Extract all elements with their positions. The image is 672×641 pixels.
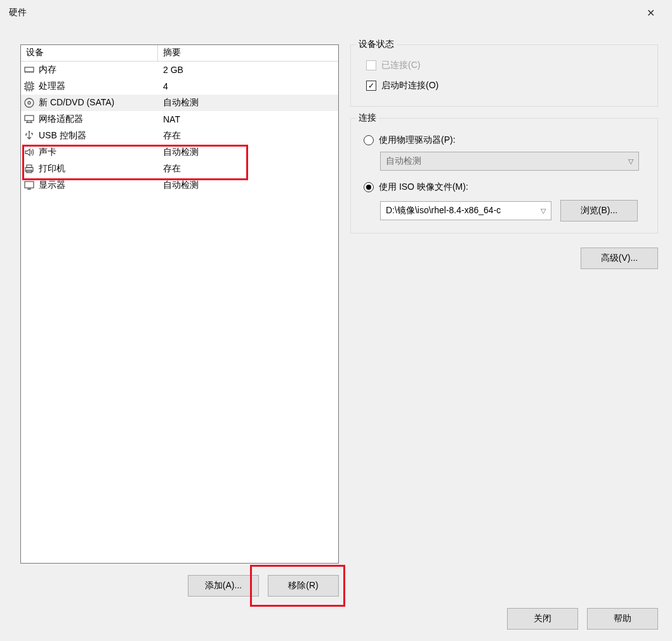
checkbox-label: 已连接(C) xyxy=(381,60,420,71)
svg-rect-1 xyxy=(26,83,32,89)
device-summary: 自动检测 xyxy=(163,97,199,107)
checkbox-icon: ✓ xyxy=(366,81,376,91)
device-name: USB 控制器 xyxy=(39,130,86,142)
combo-value: 自动检测 xyxy=(386,155,421,167)
iso-path-select[interactable]: D:\镜像\iso\rhel-8.4-x86_64-c ▽ xyxy=(380,201,551,220)
table-row[interactable]: 打印机存在 xyxy=(21,161,338,177)
add-button[interactable]: 添加(A)... xyxy=(188,575,259,597)
radio-physical-drive[interactable]: 使用物理驱动器(P): xyxy=(364,131,647,149)
device-name: 声卡 xyxy=(39,147,56,158)
device-summary: 自动检测 xyxy=(163,180,199,190)
usb-icon xyxy=(23,130,35,142)
device-summary: 自动检测 xyxy=(163,147,199,157)
radio-label: 使用物理驱动器(P): xyxy=(379,135,456,146)
disc-icon xyxy=(23,97,35,109)
printer-icon xyxy=(23,163,35,175)
checkbox-connected: 已连接(C) xyxy=(366,56,647,74)
table-row[interactable]: 处理器4 xyxy=(21,78,338,95)
right-column: 设备状态 已连接(C) ✓ 启动时连接(O) 连接 使用物理驱动器(P): 自动… xyxy=(350,44,658,611)
svg-rect-10 xyxy=(25,182,34,188)
left-column: 设备 摘要 内存2 GB处理器4新 CD/DVD (SATA)自动检测网络适配器… xyxy=(20,44,339,611)
device-name: 打印机 xyxy=(39,163,65,175)
device-summary: NAT xyxy=(163,114,180,124)
svg-rect-5 xyxy=(25,116,34,121)
device-summary: 4 xyxy=(163,81,168,91)
svg-point-3 xyxy=(25,98,34,107)
col-device[interactable]: 设备 xyxy=(21,45,158,61)
connection-group: 连接 使用物理驱动器(P): 自动检测 ▽ 使用 ISO 映像文件(M): D:… xyxy=(350,118,658,234)
device-name: 新 CD/DVD (SATA) xyxy=(39,97,114,109)
device-status-group: 设备状态 已连接(C) ✓ 启动时连接(O) xyxy=(350,44,658,107)
table-row[interactable]: 显示器自动检测 xyxy=(21,177,338,194)
sound-icon xyxy=(23,147,35,158)
table-row[interactable]: 网络适配器NAT xyxy=(21,111,338,128)
table-row[interactable]: USB 控制器存在 xyxy=(21,128,338,144)
physical-drive-select: 自动检测 ▽ xyxy=(380,152,639,171)
combo-value: D:\镜像\iso\rhel-8.4-x86_64-c xyxy=(386,205,501,216)
group-title-status: 设备状态 xyxy=(356,39,397,50)
device-summary: 存在 xyxy=(163,163,181,173)
table-row[interactable]: 内存2 GB xyxy=(21,62,338,78)
radio-iso-file[interactable]: 使用 ISO 映像文件(M): xyxy=(364,178,647,196)
remove-button[interactable]: 移除(R) xyxy=(268,575,339,597)
table-header: 设备 摘要 xyxy=(21,45,338,62)
group-title-connection: 连接 xyxy=(356,112,379,124)
device-name: 处理器 xyxy=(39,81,65,92)
close-icon[interactable]: ✕ xyxy=(638,7,663,19)
iso-row: D:\镜像\iso\rhel-8.4-x86_64-c ▽ 浏览(B)... xyxy=(380,200,647,221)
col-summary[interactable]: 摘要 xyxy=(158,45,338,61)
memory-icon xyxy=(23,64,35,76)
device-table: 设备 摘要 内存2 GB处理器4新 CD/DVD (SATA)自动检测网络适配器… xyxy=(20,44,339,564)
window-title: 硬件 xyxy=(9,7,27,18)
device-name: 内存 xyxy=(39,64,56,76)
chevron-down-icon: ▽ xyxy=(541,207,546,215)
footer-buttons: 关闭 帮助 xyxy=(507,608,658,630)
table-row[interactable]: 声卡自动检测 xyxy=(21,144,338,161)
display-icon xyxy=(23,180,35,191)
cpu-icon xyxy=(23,81,35,92)
content: 设备 摘要 内存2 GB处理器4新 CD/DVD (SATA)自动检测网络适配器… xyxy=(0,25,672,611)
device-name: 网络适配器 xyxy=(39,114,83,125)
svg-rect-2 xyxy=(28,85,31,88)
table-row[interactable]: 新 CD/DVD (SATA)自动检测 xyxy=(21,95,338,111)
svg-point-6 xyxy=(29,131,30,133)
chevron-down-icon: ▽ xyxy=(628,157,633,166)
advanced-row: 高级(V)... xyxy=(350,248,658,269)
close-button[interactable]: 关闭 xyxy=(507,608,578,630)
svg-rect-8 xyxy=(27,165,32,168)
checkbox-icon xyxy=(366,60,376,70)
checkbox-connect-on-start[interactable]: ✓ 启动时连接(O) xyxy=(366,77,647,95)
titlebar: 硬件 ✕ xyxy=(0,0,672,25)
device-buttons: 添加(A)... 移除(R) xyxy=(20,572,339,611)
checkbox-label: 启动时连接(O) xyxy=(381,80,438,91)
device-summary: 2 GB xyxy=(163,65,183,75)
svg-rect-0 xyxy=(25,67,34,72)
radio-icon xyxy=(364,135,374,145)
radio-label: 使用 ISO 映像文件(M): xyxy=(379,182,468,193)
browse-button[interactable]: 浏览(B)... xyxy=(560,200,638,221)
device-summary: 存在 xyxy=(163,130,181,140)
svg-point-4 xyxy=(28,102,30,104)
advanced-button[interactable]: 高级(V)... xyxy=(581,248,658,269)
device-name: 显示器 xyxy=(39,180,65,191)
help-button[interactable]: 帮助 xyxy=(587,608,658,630)
radio-icon xyxy=(364,182,374,192)
net-icon xyxy=(23,114,35,125)
